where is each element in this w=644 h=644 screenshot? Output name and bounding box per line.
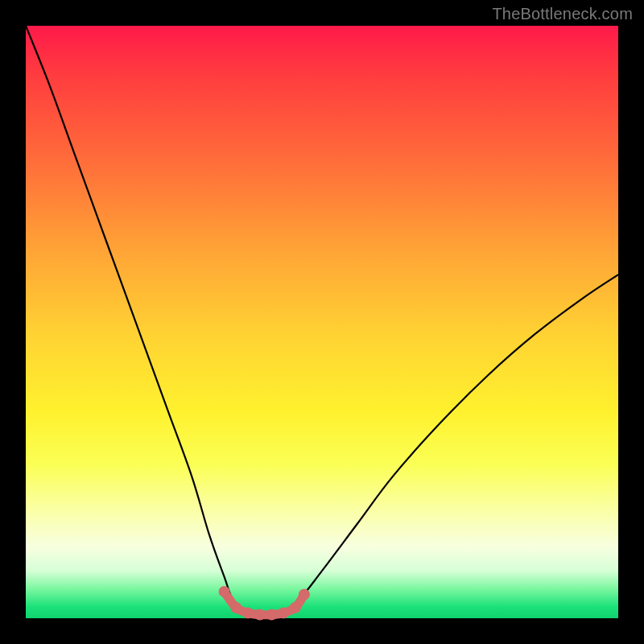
overlay-dot — [254, 609, 266, 621]
watermark-text: TheBottleneck.com — [492, 5, 633, 23]
overlay-dot — [290, 602, 301, 613]
overlay-dot — [278, 607, 289, 618]
bottleneck-curve — [26, 26, 618, 616]
chart-frame: TheBottleneck.com — [0, 0, 644, 644]
overlay-dot — [266, 609, 277, 621]
curve-svg — [26, 26, 618, 618]
overlay-dot — [242, 607, 254, 618]
plot-area — [26, 26, 618, 618]
overlay-dot — [219, 586, 230, 597]
overlay-dot — [230, 602, 242, 613]
overlay-dot — [299, 589, 310, 601]
